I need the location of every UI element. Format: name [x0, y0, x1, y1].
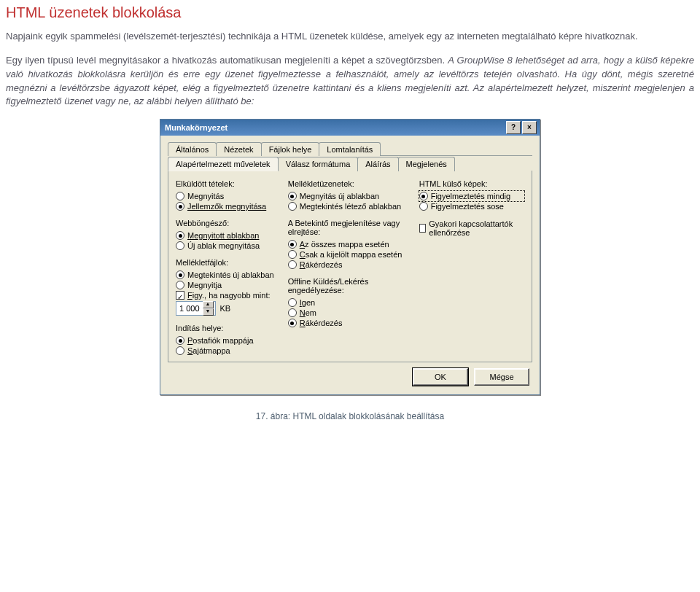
tab-cleanup[interactable]: Lomtalanítás: [319, 142, 381, 156]
tab-signature[interactable]: Aláírás: [357, 157, 398, 171]
help-button[interactable]: ?: [506, 121, 521, 134]
web-opt-existing[interactable]: Megnyitott ablakban: [176, 230, 276, 241]
radio-icon: [419, 202, 428, 211]
tab-default-actions[interactable]: Alapértelmezett műveletek: [168, 157, 279, 171]
dialog-window: Munkakörnyezet ? × Általános Nézetek Fáj…: [160, 119, 540, 395]
tabs-row-1: Általános Nézetek Fájlok helye Lomtalaní…: [168, 141, 532, 156]
opt-label: Nem: [300, 308, 316, 317]
radio-icon: [176, 241, 184, 250]
radio-icon: [176, 346, 184, 355]
start-label: Indítás helye:: [176, 324, 276, 332]
radio-icon: [288, 240, 297, 249]
warn-size-input[interactable]: 1 000 ▲ ▼: [176, 301, 216, 316]
intro-para-2: Egy ilyen típusú levél megnyitásakor a h…: [6, 54, 694, 109]
offline-label: Offline Küldés/Lekérés engedélyezése:: [288, 277, 408, 295]
att-opt-open[interactable]: Megnyitja: [176, 280, 276, 290]
opt-label: Rákérdezés: [300, 319, 343, 327]
dialog-buttons: OK Mégse: [168, 362, 532, 387]
radio-icon: [288, 202, 297, 211]
tab-reply-format[interactable]: Válasz formátuma: [278, 157, 359, 171]
radio-icon: [176, 231, 184, 240]
offline-opt-yes[interactable]: Igen: [288, 297, 408, 308]
radio-icon: [288, 260, 297, 269]
offline-opt-no[interactable]: Nem: [288, 308, 408, 318]
para2-plain: Egy ilyen típusú levél megnyitásakor a h…: [6, 55, 448, 66]
offline-opt-ask[interactable]: Rákérdezés: [288, 318, 408, 328]
warn-size-check[interactable]: Figy., ha nagyobb mint:: [176, 290, 276, 300]
opt-label: Megtekintés létező ablakban: [300, 202, 401, 211]
radio-icon: [176, 281, 184, 289]
opt-label: Sajátmappa: [187, 346, 230, 355]
sent-opt-properties[interactable]: Jellemzők megnyitása: [176, 201, 276, 211]
radio-icon: [288, 250, 297, 259]
radio-icon: [176, 192, 184, 200]
dialog-titlebar: Munkakörnyezet ? ×: [160, 120, 540, 136]
tab-views[interactable]: Nézetek: [216, 142, 261, 156]
tabs-row-2: Alapértelmezett műveletek Válasz formátu…: [168, 156, 532, 171]
checkbox-icon: [419, 224, 427, 233]
msgatt-opt-existing[interactable]: Megtekintés létező ablakban: [288, 201, 408, 211]
spin-up-icon[interactable]: ▲: [203, 301, 214, 308]
preview-opt-selected[interactable]: Csak a kijelölt mappa esetén: [288, 249, 408, 260]
freq-contacts-check[interactable]: Gyakori kapcsolattartók ellenőrzése: [419, 219, 524, 238]
spinner[interactable]: ▲ ▼: [203, 301, 214, 316]
radio-icon: [419, 192, 428, 200]
opt-label: Megnyitás: [187, 192, 224, 200]
opt-label: Megnyitott ablakban: [187, 231, 259, 240]
radio-icon: [288, 308, 297, 317]
page-title: HTML üzenetek blokkolása: [6, 4, 694, 21]
tab-general[interactable]: Általános: [168, 142, 217, 156]
web-opt-new[interactable]: Új ablak megnyitása: [176, 241, 276, 251]
warn-size-unit: KB: [220, 304, 231, 313]
ok-button[interactable]: OK: [413, 368, 468, 386]
attachfiles-label: Mellékletfájlok:: [176, 258, 276, 267]
radio-icon: [176, 336, 184, 345]
preview-label: A Betekintő megjelenítése vagy elrejtése…: [288, 219, 408, 236]
opt-label: Figy., ha nagyobb mint:: [187, 291, 271, 300]
cancel-button[interactable]: Mégse: [474, 368, 529, 386]
start-opt-mailbox[interactable]: Postafiók mappája: [176, 335, 276, 346]
tab-appearance[interactable]: Megjelenés: [398, 157, 455, 171]
opt-label: Új ablak megnyitása: [187, 241, 260, 250]
opt-label: Jellemzők megnyitása: [187, 202, 266, 211]
opt-label: Rákérdezés: [300, 260, 343, 269]
col-1: Elküldött tételek: Megnyitás Jellemzők m…: [176, 179, 276, 356]
radio-icon: [176, 270, 184, 279]
screenshot-container: Munkakörnyezet ? × Általános Nézetek Fáj…: [6, 119, 694, 395]
start-opt-own[interactable]: Sajátmappa: [176, 346, 276, 356]
opt-label: Postafiók mappája: [187, 336, 254, 345]
msgatt-label: Mellékletüzenetek:: [288, 179, 408, 188]
web-label: Webböngésző:: [176, 219, 276, 227]
col-2: Mellékletüzenetek: Megnyitás új ablakban…: [288, 179, 408, 356]
opt-label: Igen: [300, 298, 315, 307]
radio-icon: [288, 298, 297, 307]
figure-caption: 17. ábra: HTML oldalak blokkolásának beá…: [6, 411, 694, 421]
spin-down-icon[interactable]: ▼: [203, 308, 214, 316]
opt-label: Figyelmeztetés mindig: [431, 192, 510, 200]
opt-label: Megtekintés új ablakban: [187, 270, 274, 279]
preview-opt-all[interactable]: Az összes mappa esetén: [288, 239, 408, 249]
dialog-title: Munkakörnyezet: [165, 123, 228, 132]
sent-opt-open[interactable]: Megnyitás: [176, 191, 276, 201]
opt-label: Az összes mappa esetén: [300, 240, 389, 249]
ext-opt-never[interactable]: Figyelmeztetés sose: [419, 201, 524, 211]
att-opt-view[interactable]: Megtekintés új ablakban: [176, 270, 276, 280]
opt-label: Megnyitás új ablakban: [300, 192, 379, 200]
radio-icon: [288, 192, 297, 200]
radio-icon: [288, 319, 297, 327]
radio-icon: [176, 202, 184, 211]
warn-size-value-row: 1 000 ▲ ▼ KB: [176, 300, 276, 316]
msgatt-opt-new[interactable]: Megnyitás új ablakban: [288, 191, 408, 201]
tab-file-locations[interactable]: Fájlok helye: [261, 142, 320, 156]
sent-items-label: Elküldött tételek:: [176, 179, 276, 188]
tab-pane: Elküldött tételek: Megnyitás Jellemzők m…: [168, 171, 532, 362]
preview-opt-ask[interactable]: Rákérdezés: [288, 260, 408, 270]
opt-label: Figyelmeztetés sose: [431, 202, 504, 211]
close-button[interactable]: ×: [522, 121, 537, 134]
opt-label: Gyakori kapcsolattartók ellenőrzése: [429, 219, 524, 237]
col-3: HTML külső képek: Figyelmeztetés mindig …: [419, 179, 524, 356]
warn-size-value: 1 000: [179, 304, 200, 313]
intro-para-1: Napjaink egyik spammelési (levélszemét-t…: [6, 30, 694, 44]
opt-label: Csak a kijelölt mappa esetén: [300, 250, 402, 259]
ext-opt-always[interactable]: Figyelmeztetés mindig: [419, 191, 524, 201]
